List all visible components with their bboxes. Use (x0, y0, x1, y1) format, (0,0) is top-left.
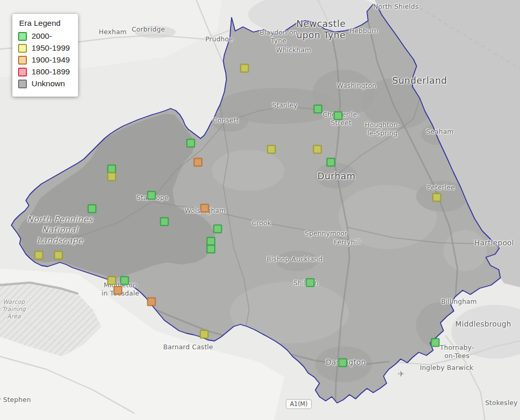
era-marker[interactable] (213, 225, 222, 234)
legend-item-label: Unknown (32, 79, 65, 88)
legend-item: 2000- (18, 32, 70, 41)
legend-swatch-icon (18, 44, 27, 53)
legend-item-label: 1950-1999 (32, 43, 70, 53)
legend-title: Era Legend (19, 19, 70, 28)
era-marker[interactable] (108, 276, 116, 285)
legend-item-label: 1800-1899 (32, 67, 70, 76)
era-marker[interactable] (433, 193, 441, 202)
era-marker[interactable] (327, 158, 335, 167)
legend-item-label: 1900-1949 (32, 55, 70, 65)
era-marker[interactable] (35, 251, 43, 260)
era-marker[interactable] (108, 173, 116, 181)
era-legend: Era Legend 2000- 1950-1999 1900-1949 180… (12, 14, 78, 97)
era-marker[interactable] (160, 217, 169, 226)
era-marker[interactable] (339, 359, 347, 367)
legend-item: 1900-1949 (18, 55, 70, 65)
era-marker[interactable] (114, 286, 123, 295)
legend-item: 1950-1999 (18, 43, 70, 53)
era-marker[interactable] (147, 298, 156, 306)
era-marker[interactable] (431, 338, 440, 347)
legend-item-label: 2000- (32, 32, 52, 41)
era-marker[interactable] (54, 251, 63, 260)
era-marker[interactable] (88, 205, 97, 213)
legend-swatch-icon (18, 32, 27, 41)
era-marker[interactable] (314, 105, 323, 114)
map[interactable]: North ShieldsNewcastle upon TyneHexhamCo… (0, 0, 520, 420)
era-marker[interactable] (240, 64, 249, 73)
era-marker[interactable] (267, 145, 276, 154)
era-marker[interactable] (194, 158, 203, 167)
legend-item: 1800-1899 (18, 67, 70, 76)
era-marker[interactable] (201, 204, 209, 213)
era-marker[interactable] (306, 278, 315, 287)
era-marker[interactable] (120, 276, 129, 285)
era-marker[interactable] (334, 112, 343, 120)
era-marker[interactable] (313, 145, 322, 154)
era-marker[interactable] (207, 245, 216, 254)
era-marker[interactable] (147, 191, 156, 200)
era-legend-items: 2000- 1950-1999 1900-1949 1800-1899 Unkn… (18, 32, 70, 88)
legend-swatch-icon (18, 68, 27, 76)
era-marker[interactable] (187, 139, 195, 148)
legend-swatch-icon (18, 80, 27, 88)
legend-swatch-icon (18, 56, 27, 65)
legend-item: Unknown (18, 79, 70, 88)
era-marker[interactable] (200, 330, 209, 339)
